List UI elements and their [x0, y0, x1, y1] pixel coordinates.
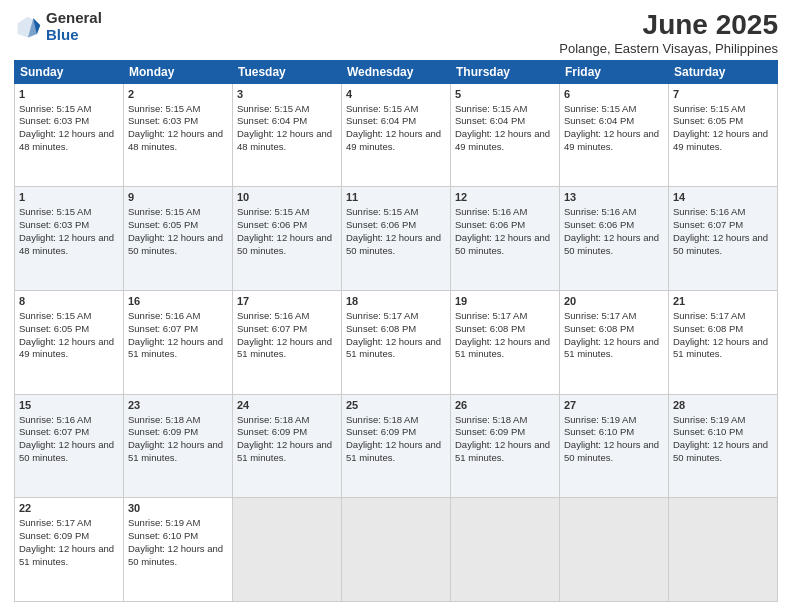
- table-cell: 12Sunrise: 5:16 AMSunset: 6:06 PMDayligh…: [451, 187, 560, 291]
- logo-blue: Blue: [46, 27, 102, 44]
- logo-icon: [14, 13, 42, 41]
- calendar-title: June 2025: [559, 10, 778, 41]
- day-number: 1: [19, 190, 119, 205]
- header-row: Sunday Monday Tuesday Wednesday Thursday…: [15, 60, 778, 83]
- col-sunday: Sunday: [15, 60, 124, 83]
- day-number: 13: [564, 190, 664, 205]
- col-wednesday: Wednesday: [342, 60, 451, 83]
- day-number: 26: [455, 398, 555, 413]
- table-cell: 24Sunrise: 5:18 AMSunset: 6:09 PMDayligh…: [233, 394, 342, 498]
- table-cell: 14Sunrise: 5:16 AMSunset: 6:07 PMDayligh…: [669, 187, 778, 291]
- calendar-subtitle: Polange, Eastern Visayas, Philippines: [559, 41, 778, 56]
- day-number: 15: [19, 398, 119, 413]
- col-tuesday: Tuesday: [233, 60, 342, 83]
- week-row: 1Sunrise: 5:15 AMSunset: 6:03 PMDaylight…: [15, 83, 778, 187]
- table-cell: 1Sunrise: 5:15 AMSunset: 6:03 PMDaylight…: [15, 187, 124, 291]
- day-number: 12: [455, 190, 555, 205]
- table-cell: [233, 498, 342, 602]
- table-cell: 2Sunrise: 5:15 AMSunset: 6:03 PMDaylight…: [124, 83, 233, 187]
- table-cell: 3Sunrise: 5:15 AMSunset: 6:04 PMDaylight…: [233, 83, 342, 187]
- day-number: 4: [346, 87, 446, 102]
- calendar-table: Sunday Monday Tuesday Wednesday Thursday…: [14, 60, 778, 602]
- day-number: 10: [237, 190, 337, 205]
- table-cell: 4Sunrise: 5:15 AMSunset: 6:04 PMDaylight…: [342, 83, 451, 187]
- table-cell: 8Sunrise: 5:15 AMSunset: 6:05 PMDaylight…: [15, 291, 124, 395]
- day-number: 20: [564, 294, 664, 309]
- day-number: 16: [128, 294, 228, 309]
- table-cell: [560, 498, 669, 602]
- day-number: 8: [19, 294, 119, 309]
- table-cell: 30Sunrise: 5:19 AMSunset: 6:10 PMDayligh…: [124, 498, 233, 602]
- week-row: 22Sunrise: 5:17 AMSunset: 6:09 PMDayligh…: [15, 498, 778, 602]
- day-number: 11: [346, 190, 446, 205]
- table-cell: 23Sunrise: 5:18 AMSunset: 6:09 PMDayligh…: [124, 394, 233, 498]
- table-cell: 20Sunrise: 5:17 AMSunset: 6:08 PMDayligh…: [560, 291, 669, 395]
- table-cell: 10Sunrise: 5:15 AMSunset: 6:06 PMDayligh…: [233, 187, 342, 291]
- day-number: 2: [128, 87, 228, 102]
- day-number: 28: [673, 398, 773, 413]
- day-number: 18: [346, 294, 446, 309]
- col-friday: Friday: [560, 60, 669, 83]
- day-number: 25: [346, 398, 446, 413]
- logo-general: General: [46, 10, 102, 27]
- table-cell: 21Sunrise: 5:17 AMSunset: 6:08 PMDayligh…: [669, 291, 778, 395]
- table-cell: [451, 498, 560, 602]
- table-cell: 7Sunrise: 5:15 AMSunset: 6:05 PMDaylight…: [669, 83, 778, 187]
- table-cell: 6Sunrise: 5:15 AMSunset: 6:04 PMDaylight…: [560, 83, 669, 187]
- col-monday: Monday: [124, 60, 233, 83]
- table-cell: 26Sunrise: 5:18 AMSunset: 6:09 PMDayligh…: [451, 394, 560, 498]
- table-cell: 5Sunrise: 5:15 AMSunset: 6:04 PMDaylight…: [451, 83, 560, 187]
- table-cell: 1Sunrise: 5:15 AMSunset: 6:03 PMDaylight…: [15, 83, 124, 187]
- table-cell: [342, 498, 451, 602]
- table-cell: 28Sunrise: 5:19 AMSunset: 6:10 PMDayligh…: [669, 394, 778, 498]
- logo: General Blue: [14, 10, 102, 43]
- day-number: 17: [237, 294, 337, 309]
- table-cell: 22Sunrise: 5:17 AMSunset: 6:09 PMDayligh…: [15, 498, 124, 602]
- table-cell: [669, 498, 778, 602]
- day-number: 23: [128, 398, 228, 413]
- day-number: 22: [19, 501, 119, 516]
- table-cell: 18Sunrise: 5:17 AMSunset: 6:08 PMDayligh…: [342, 291, 451, 395]
- table-cell: 19Sunrise: 5:17 AMSunset: 6:08 PMDayligh…: [451, 291, 560, 395]
- table-cell: 9Sunrise: 5:15 AMSunset: 6:05 PMDaylight…: [124, 187, 233, 291]
- week-row: 8Sunrise: 5:15 AMSunset: 6:05 PMDaylight…: [15, 291, 778, 395]
- table-cell: 16Sunrise: 5:16 AMSunset: 6:07 PMDayligh…: [124, 291, 233, 395]
- logo-text: General Blue: [46, 10, 102, 43]
- day-number: 3: [237, 87, 337, 102]
- page: General Blue June 2025 Polange, Eastern …: [0, 0, 792, 612]
- day-number: 19: [455, 294, 555, 309]
- day-number: 24: [237, 398, 337, 413]
- table-cell: 27Sunrise: 5:19 AMSunset: 6:10 PMDayligh…: [560, 394, 669, 498]
- table-cell: 13Sunrise: 5:16 AMSunset: 6:06 PMDayligh…: [560, 187, 669, 291]
- day-number: 9: [128, 190, 228, 205]
- day-number: 14: [673, 190, 773, 205]
- table-cell: 11Sunrise: 5:15 AMSunset: 6:06 PMDayligh…: [342, 187, 451, 291]
- table-cell: 17Sunrise: 5:16 AMSunset: 6:07 PMDayligh…: [233, 291, 342, 395]
- col-thursday: Thursday: [451, 60, 560, 83]
- day-number: 30: [128, 501, 228, 516]
- day-number: 1: [19, 87, 119, 102]
- day-number: 5: [455, 87, 555, 102]
- day-number: 7: [673, 87, 773, 102]
- day-number: 6: [564, 87, 664, 102]
- title-block: June 2025 Polange, Eastern Visayas, Phil…: [559, 10, 778, 56]
- week-row: 15Sunrise: 5:16 AMSunset: 6:07 PMDayligh…: [15, 394, 778, 498]
- col-saturday: Saturday: [669, 60, 778, 83]
- table-cell: 25Sunrise: 5:18 AMSunset: 6:09 PMDayligh…: [342, 394, 451, 498]
- day-number: 21: [673, 294, 773, 309]
- day-number: 27: [564, 398, 664, 413]
- header: General Blue June 2025 Polange, Eastern …: [14, 10, 778, 56]
- table-cell: 15Sunrise: 5:16 AMSunset: 6:07 PMDayligh…: [15, 394, 124, 498]
- week-row: 1Sunrise: 5:15 AMSunset: 6:03 PMDaylight…: [15, 187, 778, 291]
